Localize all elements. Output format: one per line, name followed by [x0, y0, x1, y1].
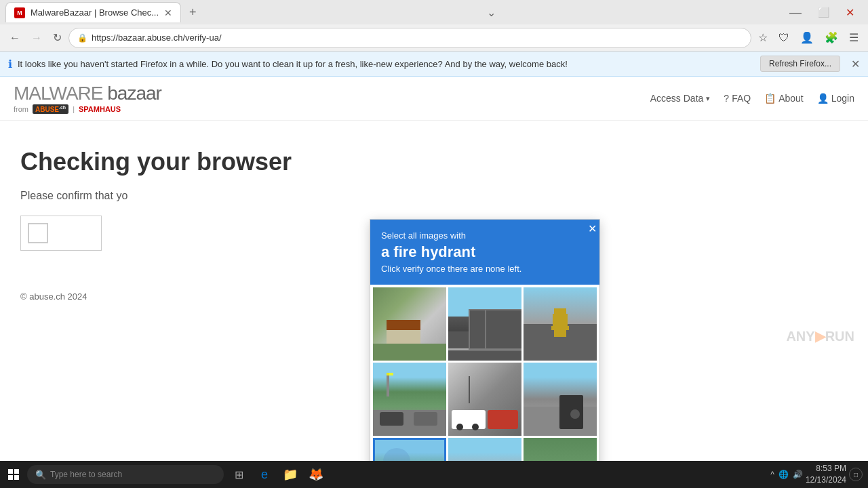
anyrun-watermark: ANY▶RUN	[786, 328, 854, 344]
tab-bar: M MalwareBazaar | Browse Chec... ✕ + ⌄ —…	[0, 0, 868, 24]
captcha-image-grid: ✓	[370, 285, 599, 488]
taskbar-search-placeholder: Type here to search	[50, 470, 122, 479]
nav-login[interactable]: 👤 Login	[817, 93, 854, 104]
captcha-header: Select all images with a fire hydrant Cl…	[370, 220, 599, 285]
logo-main: MALWARE bazaar	[14, 83, 161, 104]
site-header: MALWARE bazaar from ABUSE.ch | SPAMHAUS …	[0, 77, 868, 121]
captcha-cell-4[interactable]	[373, 363, 446, 436]
forward-button[interactable]: →	[27, 29, 46, 47]
captcha-select-text: Select all images with	[381, 230, 589, 241]
taskbar-pinned-icons: ⊞ e 📁 🦊	[226, 461, 328, 488]
windows-logo-icon	[8, 469, 19, 480]
chevron-up-icon[interactable]: ^	[770, 470, 774, 479]
copyright-text: © abuse.ch 2024	[20, 291, 87, 302]
nav-login-label: Login	[831, 93, 854, 104]
confirm-text: Please confirm that yo	[20, 190, 848, 202]
address-bar: ← → ↻ 🔒 https://bazaar.abuse.ch/verify-u…	[0, 24, 868, 52]
notification-bar: ℹ It looks like you haven't started Fire…	[0, 52, 868, 77]
clock-date: 12/13/2024	[806, 474, 846, 486]
taskbar-search-icon: 🔍	[35, 470, 46, 480]
abuse-badge: ABUSE.ch	[33, 104, 68, 114]
nav-about-label: About	[778, 93, 804, 104]
account-icon[interactable]: 👤	[796, 28, 818, 47]
maximize-button[interactable]: ⬜	[810, 5, 837, 20]
new-tab-button[interactable]: +	[184, 5, 202, 20]
nav-access-data-label: Access Data	[650, 93, 704, 104]
taskbar-time[interactable]: 8:53 PM 12/13/2024	[806, 463, 846, 486]
active-tab[interactable]: M MalwareBazaar | Browse Chec... ✕	[5, 2, 181, 22]
captcha-cell-1[interactable]	[373, 287, 446, 361]
page-title: Checking your browser	[20, 148, 848, 176]
login-icon: 👤	[817, 93, 829, 104]
notification-close-button[interactable]: ✕	[851, 58, 860, 70]
toolbar-right: ☆ 🛡 👤 🧩 ☰	[754, 28, 863, 47]
nav-faq-label: FAQ	[732, 93, 751, 104]
tab-close-btn[interactable]: ✕	[164, 7, 172, 18]
minimize-button[interactable]: —	[781, 5, 810, 20]
logo-area: MALWARE bazaar from ABUSE.ch | SPAMHAUS	[14, 83, 161, 114]
logo-sub: from ABUSE.ch | SPAMHAUS	[14, 104, 161, 114]
edge-icon[interactable]: e	[252, 461, 277, 488]
file-explorer-icon[interactable]: 📁	[278, 461, 302, 488]
refresh-firefox-button[interactable]: Refresh Firefox...	[760, 56, 840, 72]
nav-access-data-dropdown-icon: ▾	[706, 94, 710, 103]
logo-bazaar: bazaar	[107, 83, 161, 104]
task-view-button[interactable]: ⊞	[226, 461, 251, 488]
tab-overflow-button[interactable]: ⌄	[483, 3, 500, 22]
checkbox-area	[20, 216, 102, 251]
bookmark-star-icon[interactable]: ☆	[754, 28, 772, 47]
notification-center-button[interactable]: □	[849, 468, 863, 481]
shield-icon[interactable]: 🛡	[774, 29, 793, 47]
notification-text: It looks like you haven't started Firefo…	[18, 59, 755, 69]
human-checkbox[interactable]	[28, 223, 48, 243]
close-button[interactable]: ✕	[837, 5, 863, 20]
tab-title: MalwareBazaar | Browse Chec...	[31, 7, 159, 18]
firefox-browser-icon: 🦊	[309, 467, 323, 482]
firefox-icon[interactable]: 🦊	[304, 461, 328, 488]
menu-button[interactable]: ☰	[845, 28, 863, 47]
task-view-icon: ⊞	[235, 468, 243, 481]
start-button[interactable]	[0, 461, 27, 488]
clock-time: 8:53 PM	[806, 463, 846, 474]
nav-faq[interactable]: ? FAQ	[724, 93, 751, 104]
nav-about[interactable]: 📋 About	[764, 93, 804, 104]
captcha-dialog: ✕ Select all images with a fire hydrant …	[370, 219, 600, 488]
url-text: https://bazaar.abuse.ch/verify-ua/	[92, 33, 743, 43]
from-text: from	[14, 105, 28, 113]
security-lock-icon: 🔒	[77, 33, 87, 43]
nav-access-data[interactable]: Access Data ▾	[650, 93, 711, 104]
captcha-close-button[interactable]: ✕	[588, 222, 597, 235]
spamhaus-text: SPAMHAUS	[79, 105, 121, 113]
notification-center-icon: □	[854, 471, 858, 479]
logo-malware: MALWARE	[14, 83, 102, 104]
captcha-cell-5[interactable]	[448, 363, 521, 436]
refresh-button[interactable]: ↻	[49, 28, 66, 47]
taskbar-right: ^ 🌐 🔊 8:53 PM 12/13/2024 □	[770, 463, 868, 486]
main-content: Checking your browser Please confirm tha…	[0, 121, 868, 412]
browser-chrome: M MalwareBazaar | Browse Chec... ✕ + ⌄ —…	[0, 0, 868, 77]
edge-browser-icon: e	[261, 468, 268, 482]
address-field[interactable]: 🔒 https://bazaar.abuse.ch/verify-ua/	[68, 28, 751, 48]
network-icon[interactable]: 🌐	[778, 470, 789, 479]
info-icon: ℹ	[8, 58, 12, 70]
taskbar-search[interactable]: 🔍 Type here to search	[27, 465, 224, 484]
system-tray-icons: ^ 🌐 🔊	[770, 470, 803, 479]
header-nav: Access Data ▾ ? FAQ 📋 About 👤 Login	[650, 93, 854, 104]
captcha-cell-2[interactable]	[448, 287, 521, 361]
extensions-icon[interactable]: 🧩	[821, 28, 842, 47]
captcha-cell-6[interactable]	[524, 363, 597, 436]
tab-favicon: M	[14, 7, 25, 18]
volume-icon[interactable]: 🔊	[793, 470, 803, 479]
captcha-instruction: Click verify once there are none left.	[381, 264, 589, 274]
faq-icon: ?	[724, 93, 729, 104]
folder-icon: 📁	[283, 467, 298, 482]
about-icon: 📋	[764, 93, 776, 104]
back-button[interactable]: ←	[5, 29, 24, 47]
captcha-cell-3[interactable]	[524, 287, 597, 361]
captcha-subject: a fire hydrant	[381, 243, 589, 261]
taskbar: 🔍 Type here to search ⊞ e 📁 🦊 ^ 🌐 🔊 8:53…	[0, 461, 868, 488]
